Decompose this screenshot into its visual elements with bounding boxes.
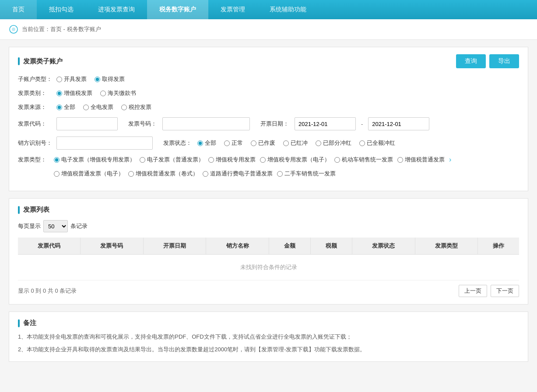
col-invoice-date: 开票日期 bbox=[143, 238, 206, 255]
radio-open-invoice[interactable]: 开具发票 bbox=[56, 75, 87, 83]
invoice-code-row: 发票代码： 发票号码： 开票日期： - bbox=[18, 117, 519, 130]
radio-type-vat-special[interactable]: 增值税专用发票 bbox=[208, 156, 256, 164]
radio-type-vat-roll-label: 增值税普通发票（卷式） bbox=[136, 170, 198, 178]
nav-item-发票管理[interactable]: 发票管理 bbox=[208, 0, 257, 19]
radio-status-voided-label: 已作废 bbox=[258, 139, 275, 147]
invoice-source-label: 发票来源： bbox=[18, 103, 53, 111]
table-header-row: 发票代码 发票号码 开票日期 销方名称 金额 税额 发票状态 发票类型 操作 bbox=[18, 238, 519, 255]
notes-title-bar bbox=[18, 319, 20, 327]
table-controls: 每页显示 50 10 20 100 条记录 bbox=[18, 220, 519, 232]
list-section-title: 发票列表 bbox=[18, 206, 519, 214]
breadcrumb: 当前位置：首页 - 税务数字账户 bbox=[0, 19, 537, 40]
radio-status-partial-red[interactable]: 已部分冲红 bbox=[316, 139, 351, 147]
section-header: 发票类子账户 查询 导出 bbox=[18, 54, 519, 68]
radio-type-vat-special-e[interactable]: 增值税专用发票（电子） bbox=[260, 156, 330, 164]
invoice-sub-account-section: 发票类子账户 查询 导出 子账户类型： 开具发票 取得发票 bbox=[9, 47, 528, 191]
invoice-type-row2: 增值税普通发票（电子） 增值税普通发票（卷式） 道路通行费电子普通发票 二手车销… bbox=[18, 170, 519, 178]
radio-source-all-label: 全部 bbox=[64, 103, 75, 111]
page-size-unit: 条记录 bbox=[70, 222, 88, 230]
invoice-date-label: 开票日期： bbox=[260, 120, 291, 128]
invoice-type-label: 发票类型： bbox=[18, 156, 49, 164]
notes-title-text: 备注 bbox=[23, 319, 36, 327]
invoice-code-label: 发票代码： bbox=[18, 120, 53, 128]
radio-source-electronic-label: 全电发票 bbox=[91, 103, 113, 111]
nav-item-税务数字账户[interactable]: 税务数字账户 bbox=[147, 0, 208, 19]
date-separator: - bbox=[361, 121, 363, 127]
radio-type-vat-special-label: 增值税专用发票 bbox=[216, 156, 256, 164]
notes-title: 备注 bbox=[18, 319, 519, 327]
list-title-bar bbox=[18, 206, 20, 214]
invoice-status-group: 全部 正常 已作废 已红冲 已部分冲红 bbox=[197, 139, 395, 147]
nav-item-首页[interactable]: 首页 bbox=[0, 0, 37, 19]
seller-id-input[interactable] bbox=[56, 136, 153, 150]
invoice-date-start-input[interactable] bbox=[295, 117, 356, 130]
seller-status-row: 销方识别号： 发票状态： 全部 正常 已作废 已红冲 bbox=[18, 136, 519, 150]
prev-page-button[interactable]: 上一页 bbox=[459, 285, 487, 297]
radio-type-road-toll-label: 道路通行费电子普通发票 bbox=[210, 170, 273, 178]
radio-status-normal[interactable]: 正常 bbox=[224, 139, 243, 147]
radio-type-vat-normal-e[interactable]: 增值税普通发票（电子） bbox=[54, 170, 124, 178]
radio-status-partial-red-label: 已部分冲红 bbox=[323, 139, 351, 147]
col-invoice-code: 发票代码 bbox=[18, 238, 81, 255]
radio-type-vat-normal[interactable]: 增值税普通发票 bbox=[397, 156, 445, 164]
query-button[interactable]: 查询 bbox=[456, 54, 486, 68]
radio-vat[interactable]: 增值税发票 bbox=[56, 89, 92, 97]
col-type: 发票类型 bbox=[415, 238, 478, 255]
invoice-list-section: 发票列表 每页显示 50 10 20 100 条记录 发票代码 发票号码 开票日… bbox=[9, 198, 528, 304]
radio-status-normal-label: 正常 bbox=[232, 139, 243, 147]
page-size-select[interactable]: 50 10 20 100 bbox=[43, 220, 68, 232]
invoice-type-row1: 发票类型： 电子发票（增值税专用发票） 电子发票（普通发票） 增值税专用发票 增… bbox=[18, 156, 519, 164]
radio-status-full-red[interactable]: 已全额冲红 bbox=[359, 139, 395, 147]
note-item-2: 2、本功能支持企业开具和取得的发票查询及结果导出。当导出的发票数量超过2000笔… bbox=[18, 345, 519, 354]
radio-source-tax-control-label: 税控发票 bbox=[129, 103, 151, 111]
more-type-icon[interactable]: › bbox=[449, 156, 451, 164]
next-page-button[interactable]: 下一页 bbox=[491, 285, 519, 297]
page-size-label: 每页显示 bbox=[18, 222, 41, 230]
col-amount: 金额 bbox=[269, 238, 310, 255]
radio-status-red[interactable]: 已红冲 bbox=[283, 139, 308, 147]
radio-type-vat-roll[interactable]: 增值税普通发票（卷式） bbox=[128, 170, 198, 178]
invoice-code-input[interactable] bbox=[56, 117, 118, 130]
invoice-no-input[interactable] bbox=[162, 117, 250, 130]
nav-item-进项发票查询[interactable]: 进项发票查询 bbox=[86, 0, 147, 19]
radio-type-used-car[interactable]: 二手车销售统一发票 bbox=[277, 170, 336, 178]
svg-point-1 bbox=[12, 28, 15, 31]
radio-source-all[interactable]: 全部 bbox=[56, 103, 75, 111]
radio-status-voided[interactable]: 已作废 bbox=[251, 139, 275, 147]
breadcrumb-text: 当前位置：首页 - 税务数字账户 bbox=[22, 25, 101, 33]
radio-source-tax-control[interactable]: 税控发票 bbox=[121, 103, 151, 111]
radio-get-invoice[interactable]: 取得发票 bbox=[95, 75, 125, 83]
sub-account-type-label: 子账户类型： bbox=[18, 75, 53, 83]
nav-item-系统辅助功能[interactable]: 系统辅助功能 bbox=[257, 0, 319, 19]
radio-source-electronic[interactable]: 全电发票 bbox=[83, 103, 113, 111]
radio-type-vat-normal-e-label: 增值税普通发票（电子） bbox=[61, 170, 124, 178]
radio-type-vehicle[interactable]: 机动车销售统一发票 bbox=[334, 156, 393, 164]
radio-get-label: 取得发票 bbox=[102, 75, 125, 83]
notes-list: 1、本功能支持全电发票的查询和可视化展示，支持全电发票的PDF、OFD文件下载，… bbox=[18, 332, 519, 354]
invoice-date-end-input[interactable] bbox=[368, 117, 429, 130]
export-button[interactable]: 导出 bbox=[489, 54, 519, 68]
notes-section: 备注 1、本功能支持全电发票的查询和可视化展示，支持全电发票的PDF、OFD文件… bbox=[9, 312, 528, 362]
section-title: 发票类子账户 bbox=[18, 57, 63, 66]
invoice-status-label: 发票状态： bbox=[163, 139, 194, 147]
radio-type-e-special[interactable]: 电子发票（增值税专用发票） bbox=[54, 156, 135, 164]
invoice-category-row: 发票类别： 增值税发票 海关缴款书 bbox=[18, 89, 519, 97]
footer-text: 显示 0 到 0 共 0 条记录 bbox=[18, 287, 77, 295]
radio-vat-label: 增值税发票 bbox=[64, 89, 92, 97]
radio-type-road-toll[interactable]: 道路通行费电子普通发票 bbox=[203, 170, 273, 178]
radio-type-vat-special-e-label: 增值税专用发票（电子） bbox=[267, 156, 330, 164]
col-seller-name: 销方名称 bbox=[206, 238, 269, 255]
radio-type-e-normal[interactable]: 电子发票（普通发票） bbox=[140, 156, 204, 164]
radio-status-full-red-label: 已全额冲红 bbox=[367, 139, 395, 147]
list-section-title-text: 发票列表 bbox=[23, 206, 49, 214]
invoice-category-group: 增值税发票 海关缴款书 bbox=[56, 89, 136, 97]
nav-item-抵扣勾选[interactable]: 抵扣勾选 bbox=[37, 0, 86, 19]
pagination: 上一页 下一页 bbox=[459, 285, 519, 297]
radio-customs[interactable]: 海关缴款书 bbox=[100, 89, 136, 97]
radio-type-e-normal-label: 电子发票（普通发票） bbox=[147, 156, 204, 164]
radio-status-all[interactable]: 全部 bbox=[197, 139, 216, 147]
radio-type-vehicle-label: 机动车销售统一发票 bbox=[342, 156, 393, 164]
note-item-1: 1、本功能支持全电发票的查询和可视化展示，支持全电发票的PDF、OFD文件下载，… bbox=[18, 332, 519, 342]
invoice-source-group: 全部 全电发票 税控发票 bbox=[56, 103, 151, 111]
radio-type-e-special-label: 电子发票（增值税专用发票） bbox=[61, 156, 135, 164]
